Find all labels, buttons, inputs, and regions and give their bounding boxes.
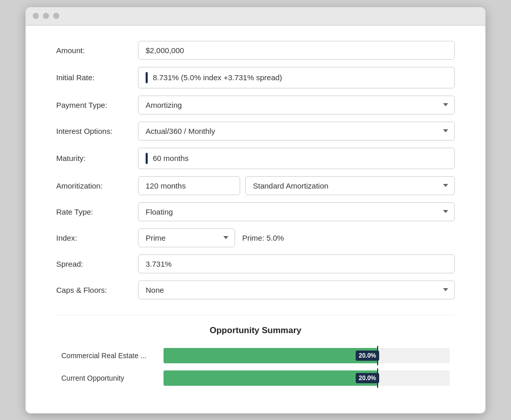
caps-floors-label: Caps & Floors:	[56, 286, 138, 294]
index-select[interactable]: Prime SOFR LIBOR	[138, 228, 235, 247]
chart-row-2: Current Opportunity 20.0%	[61, 370, 450, 386]
maturity-control: 60 months	[138, 148, 455, 169]
app-window: Amount: Initial Rate: 8.731% (5.0% index…	[26, 7, 485, 413]
amount-control	[138, 41, 455, 60]
title-bar	[26, 7, 485, 26]
maturity-label: Maturity:	[56, 154, 138, 162]
caps-floors-row: Caps & Floors: None Cap Only Floor Only …	[56, 281, 455, 299]
main-content: Amount: Initial Rate: 8.731% (5.0% index…	[26, 26, 485, 413]
rate-type-control: Floating Fixed Variable	[138, 202, 455, 221]
rate-type-select[interactable]: Floating Fixed Variable	[138, 202, 455, 221]
opportunity-summary-section: Opportunity Summary Commercial Real Esta…	[56, 325, 455, 386]
index-label: Index:	[56, 234, 138, 242]
caps-floors-select[interactable]: None Cap Only Floor Only Both	[138, 281, 455, 299]
spread-input[interactable]	[138, 254, 455, 273]
index-select-wrap: Prime SOFR LIBOR	[138, 228, 235, 247]
interest-options-select[interactable]: Actual/360 / Monthly Actual/365 / Monthl…	[138, 122, 455, 141]
section-divider	[56, 315, 455, 315]
caps-floors-control: None Cap Only Floor Only Both	[138, 281, 455, 299]
amount-label: Amount:	[56, 46, 138, 55]
chart-bar-label-1: 20.0%	[356, 351, 379, 361]
interest-options-label: Interest Options:	[56, 127, 138, 135]
maturity-row: Maturity: 60 months	[56, 148, 455, 169]
chart-row-1: Commercial Real Estate ... 20.0%	[61, 348, 450, 363]
spread-label: Spread:	[56, 260, 138, 268]
summary-title: Opportunity Summary	[61, 325, 450, 336]
payment-type-select[interactable]: Amortizing Interest Only Principal Only	[138, 96, 455, 114]
payment-type-label: Payment Type:	[56, 101, 138, 109]
maturity-value: 60 months	[153, 154, 189, 162]
amoritization-type-select[interactable]: Standard Amortization Interest Only Ball…	[245, 176, 455, 195]
window-dot-2	[43, 13, 49, 19]
amount-row: Amount:	[56, 41, 455, 60]
amoritization-control: Standard Amortization Interest Only Ball…	[138, 176, 455, 195]
amoritization-months-input[interactable]	[138, 176, 240, 195]
initial-rate-value: 8.731% (5.0% index +3.731% spread)	[153, 73, 282, 82]
chart-bar-label-2: 20.0%	[356, 373, 379, 383]
spread-row: Spread:	[56, 254, 455, 273]
index-control: Prime SOFR LIBOR Prime: 5.0%	[138, 228, 455, 247]
rate-bar-indicator	[146, 72, 148, 83]
rate-type-label: Rate Type:	[56, 207, 138, 216]
payment-type-row: Payment Type: Amortizing Interest Only P…	[56, 96, 455, 114]
amoritization-label: Amoritization:	[56, 181, 138, 190]
window-dot-3	[53, 13, 59, 19]
chart-bar-2: 20.0%	[164, 370, 378, 386]
window-dot-1	[33, 13, 39, 19]
loan-form: Amount: Initial Rate: 8.731% (5.0% index…	[56, 41, 455, 299]
initial-rate-row: Initial Rate: 8.731% (5.0% index +3.731%…	[56, 67, 455, 88]
chart-label-1: Commercial Real Estate ...	[61, 352, 164, 360]
index-rate-display: Prime: 5.0%	[242, 234, 284, 242]
chart-bar-1: 20.0%	[164, 348, 378, 363]
chart-bar-wrap-1: 20.0%	[164, 348, 450, 363]
payment-type-control: Amortizing Interest Only Principal Only	[138, 96, 455, 114]
initial-rate-label: Initial Rate:	[56, 73, 138, 82]
amoritization-row: Amoritization: Standard Amortization Int…	[56, 176, 455, 195]
maturity-display: 60 months	[138, 148, 455, 169]
initial-rate-control: 8.731% (5.0% index +3.731% spread)	[138, 67, 455, 88]
rate-type-row: Rate Type: Floating Fixed Variable	[56, 202, 455, 221]
index-row: Index: Prime SOFR LIBOR Prime: 5.0%	[56, 228, 455, 247]
spread-control	[138, 254, 455, 273]
chart-bar-wrap-2: 20.0%	[164, 370, 450, 386]
chart-label-2: Current Opportunity	[61, 374, 164, 382]
interest-options-row: Interest Options: Actual/360 / Monthly A…	[56, 122, 455, 141]
interest-options-control: Actual/360 / Monthly Actual/365 / Monthl…	[138, 122, 455, 141]
maturity-bar-indicator	[146, 153, 148, 164]
initial-rate-display: 8.731% (5.0% index +3.731% spread)	[138, 67, 455, 88]
amount-input[interactable]	[138, 41, 455, 60]
